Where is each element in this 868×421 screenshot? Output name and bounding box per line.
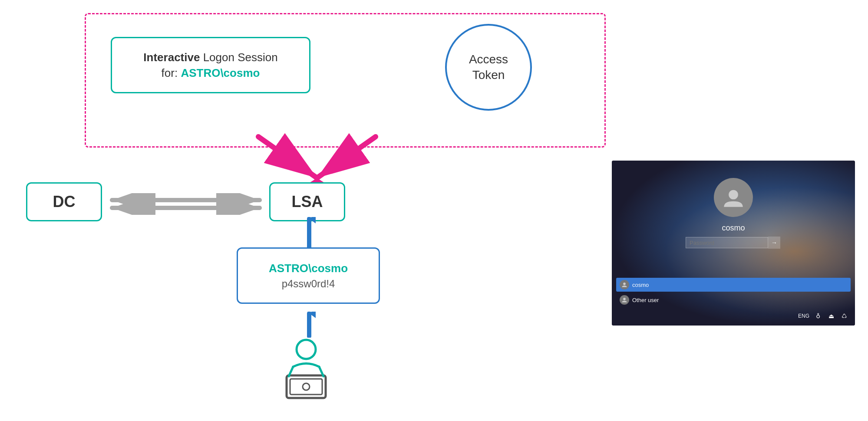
win-user-label-other: Other user bbox=[632, 297, 659, 303]
cred-password: p4ssw0rd!4 bbox=[282, 278, 335, 290]
logon-session-for: for: bbox=[162, 66, 181, 79]
win-user-label-cosmo: cosmo bbox=[632, 282, 649, 288]
win-login-inner: cosmo → cosmo Other user bbox=[612, 161, 855, 326]
win-user-avatar-other bbox=[620, 295, 629, 305]
svg-line-2 bbox=[258, 137, 317, 178]
cred-username: ASTRO\cosmo bbox=[269, 262, 348, 275]
lsa-box: LSA bbox=[269, 182, 345, 221]
win-password-row: → bbox=[686, 237, 781, 249]
svg-point-13 bbox=[297, 340, 316, 359]
logon-session-bold: Interactive bbox=[143, 51, 200, 64]
win-avatar-icon bbox=[722, 186, 745, 209]
credentials-box: ASTRO\cosmo p4ssw0rd!4 bbox=[237, 247, 380, 304]
svg-point-21 bbox=[623, 298, 626, 300]
win-lang-label: ENG bbox=[798, 313, 809, 319]
win-user-item-cosmo[interactable]: cosmo bbox=[616, 278, 851, 292]
svg-point-20 bbox=[623, 283, 626, 285]
svg-point-19 bbox=[729, 190, 738, 200]
svg-rect-15 bbox=[290, 379, 322, 395]
win-globe-icon[interactable]: ♁ bbox=[814, 312, 822, 320]
dc-lsa-arrow bbox=[108, 193, 264, 215]
blue-arrow-up-2 bbox=[303, 312, 316, 338]
person-laptop-icon bbox=[274, 336, 339, 401]
svg-line-3 bbox=[317, 137, 376, 178]
logon-session-username: ASTRO\cosmo bbox=[181, 66, 260, 79]
win-password-input[interactable] bbox=[686, 237, 768, 248]
win-accessibility-icon[interactable]: ♺ bbox=[840, 312, 848, 320]
dc-box: DC bbox=[26, 182, 102, 221]
svg-point-16 bbox=[303, 383, 310, 390]
win-bottom-right: ENG ♁ ⏏ ♺ bbox=[798, 312, 848, 320]
win-user-item-other[interactable]: Other user bbox=[616, 293, 851, 307]
logon-session-text: Interactive Logon Session for: ASTRO\cos… bbox=[143, 49, 277, 81]
win-user-list: cosmo Other user bbox=[616, 278, 851, 308]
logon-session-suffix: Logon Session bbox=[200, 51, 277, 64]
win-power-icon[interactable]: ⏏ bbox=[827, 312, 835, 320]
windows-login-screen: cosmo → cosmo Other user bbox=[612, 161, 855, 326]
access-token-text: Access Token bbox=[469, 52, 508, 83]
access-token-circle: Access Token bbox=[445, 24, 532, 111]
dc-label: DC bbox=[53, 193, 76, 211]
win-password-submit[interactable]: → bbox=[768, 237, 780, 249]
logon-session-box: Interactive Logon Session for: ASTRO\cos… bbox=[111, 37, 310, 93]
win-user-avatar-cosmo bbox=[620, 280, 629, 289]
lsa-label: LSA bbox=[292, 193, 323, 211]
diagram-area: Interactive Logon Session for: ASTRO\cos… bbox=[0, 0, 868, 421]
win-avatar bbox=[714, 178, 753, 217]
win-username-label: cosmo bbox=[722, 224, 745, 233]
pink-v-arrow bbox=[243, 128, 391, 184]
blue-arrow-up-1 bbox=[303, 217, 316, 250]
